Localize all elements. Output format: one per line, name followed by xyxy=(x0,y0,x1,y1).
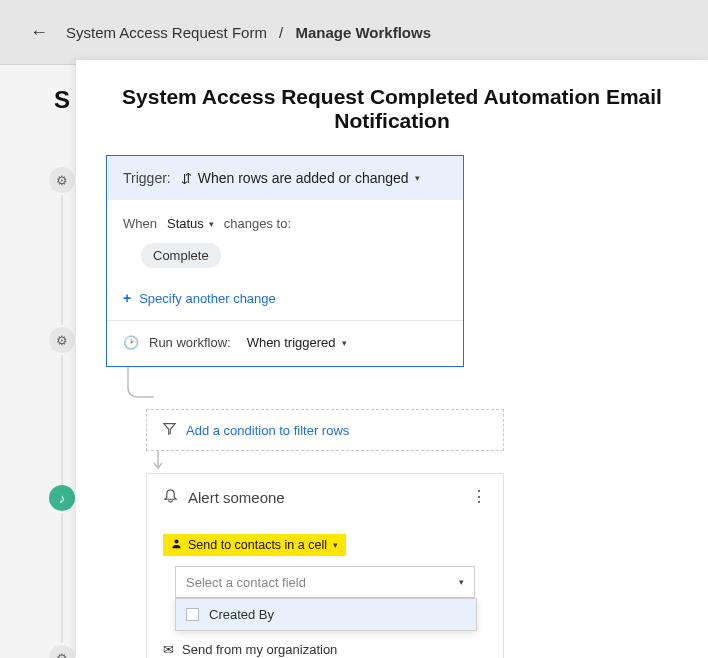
bg-connector-line xyxy=(61,513,63,643)
add-condition-card[interactable]: Add a condition to filter rows xyxy=(146,409,504,451)
svg-point-1 xyxy=(174,539,178,543)
trigger-field-dropdown[interactable]: Status ▾ xyxy=(167,216,214,231)
alert-card: Alert someone ⋮ Send to contacts in a ce… xyxy=(146,473,504,658)
breadcrumb-separator: / xyxy=(279,24,283,41)
add-condition-link: Add a condition to filter rows xyxy=(186,423,349,438)
chevron-down-icon: ▾ xyxy=(209,219,214,229)
rows-changed-icon: ⇵ xyxy=(181,171,192,186)
trigger-card[interactable]: Trigger: ⇵ When rows are added or change… xyxy=(106,155,464,367)
breadcrumb-parent[interactable]: System Access Request Form xyxy=(66,24,267,41)
dropdown-option-created-by[interactable]: Created By xyxy=(176,599,476,630)
clock-icon: 🕑 xyxy=(123,335,139,350)
chevron-down-icon: ▾ xyxy=(459,577,464,587)
divider xyxy=(107,320,463,321)
breadcrumb: System Access Request Form / Manage Work… xyxy=(66,24,431,41)
back-arrow-icon[interactable]: ← xyxy=(30,22,48,43)
checkbox-icon xyxy=(186,608,199,621)
kebab-menu-icon[interactable]: ⋮ xyxy=(471,493,487,501)
trigger-header[interactable]: Trigger: ⇵ When rows are added or change… xyxy=(107,156,463,200)
bg-step-icon: ⚙ xyxy=(49,167,75,193)
run-workflow-value: When triggered xyxy=(247,335,336,350)
run-workflow-dropdown[interactable]: When triggered ▾ xyxy=(247,335,347,350)
add-change-label: Specify another change xyxy=(139,291,276,306)
funnel-icon xyxy=(163,422,176,438)
background-sidebar xyxy=(0,65,76,658)
dropdown-option-label: Created By xyxy=(209,607,274,622)
send-from-row[interactable]: ✉ Send from my organization xyxy=(163,642,487,657)
envelope-icon: ✉ xyxy=(163,642,174,657)
changes-to-label: changes to: xyxy=(224,216,291,231)
person-icon xyxy=(171,538,182,552)
chevron-down-icon: ▾ xyxy=(342,338,347,348)
alert-title: Alert someone xyxy=(188,489,285,506)
breadcrumb-current: Manage Workflows xyxy=(295,24,431,41)
background-letter: S xyxy=(54,86,70,114)
bell-icon xyxy=(163,488,178,506)
chevron-down-icon: ▾ xyxy=(333,540,338,550)
workflow-panel: System Access Request Completed Automati… xyxy=(76,60,708,658)
contact-field-select[interactable]: Select a contact field ▾ xyxy=(175,566,475,598)
send-to-dropdown[interactable]: Send to contacts in a cell ▾ xyxy=(163,534,346,556)
status-value-chip[interactable]: Complete xyxy=(141,243,221,268)
chevron-down-icon[interactable]: ▾ xyxy=(415,173,420,183)
when-label: When xyxy=(123,216,157,231)
send-to-label: Send to contacts in a cell xyxy=(188,538,327,552)
connector-line xyxy=(106,367,166,409)
contact-placeholder: Select a contact field xyxy=(186,575,306,590)
bg-step-icon: ♪ xyxy=(49,485,75,511)
trigger-value: When rows are added or changed xyxy=(198,170,409,186)
send-from-label: Send from my organization xyxy=(182,642,337,657)
specify-another-change-link[interactable]: + Specify another change xyxy=(123,290,447,306)
run-workflow-label: Run workflow: xyxy=(149,335,231,350)
bg-connector-line xyxy=(61,195,63,325)
trigger-field-value: Status xyxy=(167,216,204,231)
trigger-label: Trigger: xyxy=(123,170,171,186)
bg-step-icon: ⚙ xyxy=(49,327,75,353)
bg-connector-line xyxy=(61,355,63,485)
panel-title: System Access Request Completed Automati… xyxy=(76,60,708,155)
connector-line xyxy=(146,451,206,473)
plus-icon: + xyxy=(123,290,131,306)
contact-dropdown-menu: Created By xyxy=(175,598,477,631)
